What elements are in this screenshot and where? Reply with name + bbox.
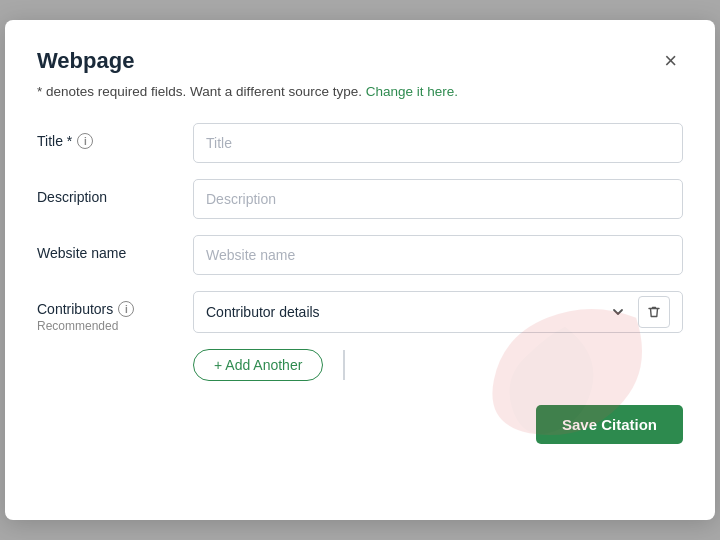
contributors-recommended-label: Recommended xyxy=(37,319,177,333)
description-field-row: Description xyxy=(37,179,683,219)
modal: Webpage × * denotes required fields. Wan… xyxy=(5,20,715,520)
contributors-label-row: Contributors i Recommended Contributor d… xyxy=(37,291,683,333)
title-field-row: Title * i xyxy=(37,123,683,163)
contributors-label: Contributors i xyxy=(37,301,177,317)
change-source-link[interactable]: Change it here. xyxy=(366,84,458,99)
website-name-input[interactable] xyxy=(193,235,683,275)
contributor-delete-button[interactable] xyxy=(638,296,670,328)
description-input[interactable] xyxy=(193,179,683,219)
contributor-details-text: Contributor details xyxy=(206,304,320,320)
modal-header: Webpage × xyxy=(37,48,683,74)
modal-title: Webpage xyxy=(37,48,134,74)
contributor-expand-button[interactable] xyxy=(608,302,628,322)
contributors-info-icon[interactable]: i xyxy=(118,301,134,317)
contributors-section: Contributors i Recommended Contributor d… xyxy=(37,291,683,333)
divider xyxy=(343,350,345,380)
contributor-card: Contributor details xyxy=(193,291,683,333)
modal-subtitle: * denotes required fields. Want a differ… xyxy=(37,84,683,99)
description-label: Description xyxy=(37,179,177,205)
footer-row: Save Citation xyxy=(37,405,683,444)
modal-overlay: Webpage × * denotes required fields. Wan… xyxy=(0,0,720,540)
save-citation-button[interactable]: Save Citation xyxy=(536,405,683,444)
website-name-field-row: Website name xyxy=(37,235,683,275)
add-another-row: + Add Another xyxy=(37,349,683,381)
website-name-label: Website name xyxy=(37,235,177,261)
title-input[interactable] xyxy=(193,123,683,163)
title-label: Title * i xyxy=(37,123,177,149)
contributors-label-group: Contributors i Recommended xyxy=(37,291,177,333)
add-another-button[interactable]: + Add Another xyxy=(193,349,323,381)
contributor-card-actions xyxy=(608,296,670,328)
close-button[interactable]: × xyxy=(658,48,683,74)
title-info-icon[interactable]: i xyxy=(77,133,93,149)
